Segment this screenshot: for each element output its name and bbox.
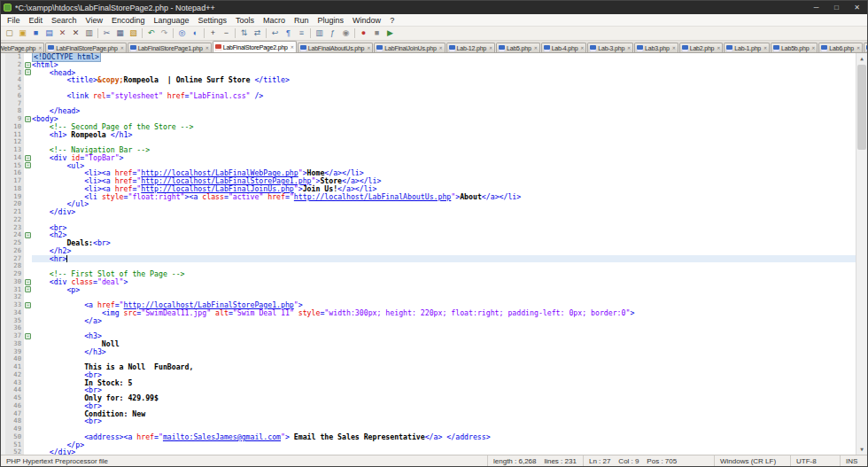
macro-record-icon[interactable]: ● <box>357 27 370 40</box>
macro-stop-icon[interactable]: ■ <box>370 27 384 40</box>
function-list-icon[interactable]: ƒ <box>326 27 339 40</box>
open-file-icon[interactable]: ▣ <box>16 27 29 40</box>
tab-close-icon[interactable]: ✕ <box>672 45 676 51</box>
editor-line[interactable]: 22 <box>1 216 856 224</box>
tab-Lab5.php[interactable]: Lab5.php✕ <box>496 43 540 52</box>
menu-encoding[interactable]: Encoding <box>107 16 150 25</box>
tab-close-icon[interactable]: ✕ <box>291 44 294 50</box>
tab-close-icon[interactable]: ✕ <box>489 45 492 51</box>
tab-Lab6.php[interactable]: Lab6.php✕ <box>818 43 863 52</box>
menu-tools[interactable]: Tools <box>231 16 259 25</box>
redo-icon[interactable]: ↷ <box>158 27 171 40</box>
vertical-scrollbar[interactable]: ▲ ▼ <box>856 53 867 455</box>
tab-Lab-4.php[interactable]: Lab-4.php✕ <box>541 43 587 52</box>
tab-close-icon[interactable]: ✕ <box>856 45 860 51</box>
tab-Lab-1.php[interactable]: Lab-1.php✕ <box>724 43 770 52</box>
close-button[interactable]: ✕ <box>847 1 867 14</box>
new-file-icon[interactable]: ▢ <box>3 27 16 40</box>
tab-Lab4.php[interactable]: Lab4.php✕ <box>864 43 867 52</box>
editor-line[interactable]: 51 </p> <box>1 441 856 449</box>
paste-icon[interactable]: ▧ <box>127 27 140 40</box>
zoom-out-icon[interactable]: − <box>220 27 233 40</box>
fold-marker-icon[interactable]: - <box>25 333 31 339</box>
save-icon[interactable]: ■ <box>29 27 43 40</box>
fold-marker-icon[interactable]: - <box>25 232 31 238</box>
close-all-icon[interactable]: ✕ <box>69 27 82 40</box>
editor-line[interactable]: 11 <h1> Rompeola </h1> <box>1 131 856 139</box>
fold-marker-icon[interactable]: - <box>25 155 31 161</box>
tab-LabFinalStorePage1.php[interactable]: LabFinalStorePage1.php✕ <box>128 43 212 52</box>
print-icon[interactable]: ▥ <box>82 27 96 40</box>
maximize-button[interactable]: □ <box>826 1 847 14</box>
editor-line[interactable]: 36 <box>1 324 856 332</box>
monitoring-icon[interactable]: ◉ <box>339 27 353 40</box>
close-icon[interactable]: ✕ <box>56 27 69 40</box>
menu-run[interactable]: Run <box>290 16 314 25</box>
fold-marker-icon[interactable]: - <box>25 116 31 122</box>
menu-language[interactable]: Language <box>149 16 193 25</box>
scrollbar-thumb[interactable] <box>857 65 866 150</box>
code-area[interactable]: 1<!DOCTYPE html>2-<html>3- <head>4 <titl… <box>1 53 856 455</box>
status-encoding[interactable]: UTF-8 <box>791 455 841 466</box>
tab-Lab2.php[interactable]: Lab2.php✕ <box>679 43 724 52</box>
editor-line[interactable]: 52 </div> <box>1 448 856 455</box>
tab-Lab-12.php[interactable]: Lab-12.php✕ <box>446 43 495 52</box>
tab-close-icon[interactable]: ✕ <box>439 45 443 51</box>
menu-search[interactable]: Search <box>47 16 81 25</box>
editor-line[interactable]: 26 </h2> <box>1 247 856 255</box>
editor-line[interactable]: 45 Only for: 429.99$ <box>1 394 856 402</box>
editor-line[interactable]: 27 <hr> <box>1 255 856 263</box>
tab-LabFinalJoinUs.php[interactable]: LabFinalJoinUs.php✕ <box>374 43 445 52</box>
editor-line[interactable]: 8 </head> <box>1 107 856 115</box>
word-wrap-icon[interactable]: ↩ <box>268 27 282 40</box>
scroll-up-icon[interactable]: ▲ <box>856 53 867 64</box>
menu-view[interactable]: View <box>81 16 107 25</box>
find-icon[interactable]: ◎ <box>175 27 189 40</box>
tab-close-icon[interactable]: ✕ <box>580 45 584 51</box>
tab-LabFinalStorePage.php[interactable]: LabFinalStorePage.php✕ <box>45 43 126 52</box>
menu-plugins[interactable]: Plugins <box>314 16 349 25</box>
zoom-in-icon[interactable]: + <box>206 27 220 40</box>
editor-line[interactable]: 13 <!-- Navigation Bar --> <box>1 146 856 154</box>
tab-Lab3.php[interactable]: Lab3.php✕ <box>634 43 678 52</box>
sync-horizontal-icon[interactable]: ⇄ <box>251 27 264 40</box>
menu-help[interactable]: ? <box>385 16 399 25</box>
editor-line[interactable]: 37- <h3> <box>1 332 856 340</box>
status-insert-mode[interactable]: INS <box>841 455 867 466</box>
fold-marker-icon[interactable]: - <box>25 69 31 75</box>
fold-marker-icon[interactable]: - <box>25 279 31 285</box>
editor-line[interactable]: 21 </div> <box>1 208 856 216</box>
tab-close-icon[interactable]: ✕ <box>205 45 209 51</box>
editor-line[interactable]: 47 Condition: New <box>1 410 856 418</box>
indent-guide-icon[interactable]: ≡ <box>295 27 308 40</box>
tab-Lab-3.php[interactable]: Lab-3.php✕ <box>587 43 633 52</box>
menu-window[interactable]: Window <box>348 16 385 25</box>
fold-marker-icon[interactable]: - <box>25 162 31 168</box>
editor-line[interactable]: 1<!DOCTYPE html> <box>1 53 856 61</box>
undo-icon[interactable]: ↶ <box>144 27 158 40</box>
menu-edit[interactable]: Edit <box>25 16 48 25</box>
editor-line[interactable]: 23 <br> <box>1 224 856 232</box>
show-all-characters-icon[interactable]: ¶ <box>282 27 295 40</box>
minimize-button[interactable]: ─ <box>806 1 826 14</box>
editor-line[interactable]: 50 <address><a href="mailto:SalesJames@g… <box>1 433 856 441</box>
tab-Lab5b.php[interactable]: Lab5b.php✕ <box>771 43 818 52</box>
fold-marker-icon[interactable]: - <box>25 62 31 68</box>
editor-line[interactable]: 38 Noll <box>1 340 856 348</box>
editor-line[interactable]: 4 <title>&copy;Rompeola | Online Surf St… <box>1 76 856 84</box>
copy-icon[interactable]: ▦ <box>113 27 127 40</box>
editor-line[interactable]: 19 <li style="float:right"><a class="act… <box>1 193 856 201</box>
tab-close-icon[interactable]: ✕ <box>120 45 124 51</box>
editor-line[interactable]: 14- <div id="TopBar"> <box>1 154 856 162</box>
tab-close-icon[interactable]: ✕ <box>367 45 370 51</box>
editor-line[interactable]: 2-<html> <box>1 61 856 69</box>
tab-close-icon[interactable]: ✕ <box>763 45 767 51</box>
status-eol-format[interactable]: Windows (CR LF) <box>715 455 791 466</box>
replace-icon[interactable]: ◐ <box>189 27 202 40</box>
tab-LabFinalWebPage.php[interactable]: LabFinalWebPage.php✕ <box>1 43 44 52</box>
tab-close-icon[interactable]: ✕ <box>717 45 720 51</box>
editor-line[interactable]: 29 <!-- First Slot of the Page --> <box>1 270 856 278</box>
editor-line[interactable]: 43 In Stock: 5 <box>1 379 856 387</box>
editor[interactable]: 1<!DOCTYPE html>2-<html>3- <head>4 <titl… <box>1 53 867 455</box>
editor-line[interactable]: 30- <div class="deal"> <box>1 278 856 286</box>
